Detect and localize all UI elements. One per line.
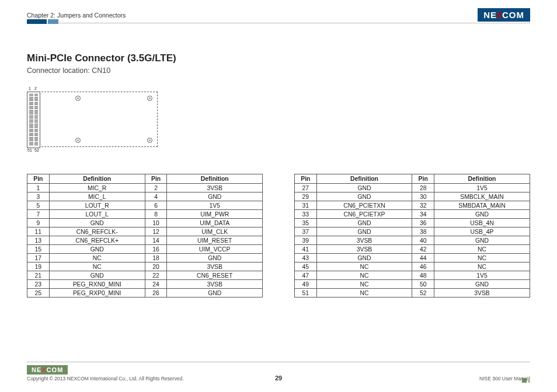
table-row: 21GND22CN6_RESET <box>27 271 263 280</box>
pin-cell: 6 <box>145 201 167 210</box>
table-row: 45NC46NC <box>295 262 530 271</box>
table-row: 47NC481V5 <box>295 271 530 280</box>
definition-cell: GND <box>167 192 263 201</box>
pin-cell: 30 <box>412 192 434 201</box>
table-row: 37GND38USB_4P <box>295 228 530 236</box>
connector-diagram: 1 2 51 52 <box>27 86 158 152</box>
pin-cell: 52 <box>412 289 434 298</box>
definition-cell: CN6_REFCLK+ <box>49 236 145 245</box>
pin-label-2: 2 <box>33 86 38 90</box>
pin-cell: 37 <box>295 228 317 236</box>
mount-hole-icon <box>147 138 152 143</box>
definition-cell: GND <box>316 219 412 228</box>
definition-cell: PEG_RXP0_MINI <box>49 289 145 298</box>
definition-cell: GND <box>316 228 412 236</box>
pin-cell: 49 <box>295 280 317 289</box>
definition-cell: MIC_L <box>49 192 145 201</box>
definition-cell: 3VSB <box>167 280 263 289</box>
pin-label-1: 1 <box>27 86 32 90</box>
pin-label-52: 52 <box>34 148 40 152</box>
definition-cell: UIM_VCCP <box>167 245 263 254</box>
page-number: 29 <box>0 374 557 382</box>
pin-cell: 12 <box>145 228 167 236</box>
diagram-top-labels: 1 2 <box>27 86 158 90</box>
definition-cell: CN6_PCIETXN <box>316 201 412 210</box>
definition-cell: SMBDATA_MAIN <box>434 201 530 210</box>
col-pin: Pin <box>295 174 317 184</box>
col-definition: Definition <box>316 174 412 184</box>
table-row: 393VSB40GND <box>295 236 530 245</box>
table-row: 49NC50GND <box>295 280 530 289</box>
table-row: 413VSB42NC <box>295 245 530 254</box>
table-row: 7LOUT_L8UIM_PWR <box>27 210 263 219</box>
definition-cell: NC <box>316 280 412 289</box>
definition-cell: GND <box>434 280 530 289</box>
definition-cell: GND <box>316 254 412 262</box>
mount-hole-icon <box>75 96 81 101</box>
pin-label-51: 51 <box>27 148 33 152</box>
chapter-title: Chapter 2: Jumpers and Connectors <box>27 12 126 19</box>
table-row: 3MIC_L4GND <box>27 192 263 201</box>
pin-cell: 10 <box>145 219 167 228</box>
definition-cell: GND <box>167 254 263 262</box>
table-row: 1MIC_R23VSB <box>27 184 263 192</box>
definition-cell: NC <box>316 271 412 280</box>
pin-cell: 7 <box>27 210 50 219</box>
header-accent-bars <box>27 19 58 24</box>
definition-cell: UIM_RESET <box>167 236 263 245</box>
pin-tables: Pin Definition Pin Definition 1MIC_R23VS… <box>27 174 530 298</box>
pin-cell: 44 <box>412 254 434 262</box>
pin-cell: 47 <box>295 271 317 280</box>
pin-cell: 2 <box>145 184 167 192</box>
pin-cell: 48 <box>412 271 434 280</box>
definition-cell: GND <box>316 184 412 192</box>
pin-cell: 41 <box>295 245 317 254</box>
pin-cell: 31 <box>295 201 317 210</box>
pin-cell: 29 <box>295 192 317 201</box>
mount-hole-icon <box>75 138 81 143</box>
definition-cell: NC <box>49 262 145 271</box>
pin-cell: 35 <box>295 219 317 228</box>
pin-cell: 27 <box>295 184 317 192</box>
definition-cell: PEG_RXN0_MINI <box>49 280 145 289</box>
pin-cell: 18 <box>145 254 167 262</box>
section-subtitle: Connector location: CN10 <box>27 66 530 75</box>
table-row: 27GND281V5 <box>295 184 530 192</box>
col-pin: Pin <box>27 174 50 184</box>
pin-cell: 24 <box>145 280 167 289</box>
table-row: 35GND36USB_4N <box>295 219 530 228</box>
logo-text-post: COM <box>47 366 64 373</box>
definition-cell: NC <box>434 245 530 254</box>
definition-cell: LOUT_L <box>49 210 145 219</box>
pin-cell: 38 <box>412 228 434 236</box>
page-header: Chapter 2: Jumpers and Connectors NEXCOM <box>27 8 530 23</box>
pin-cell: 36 <box>412 219 434 228</box>
pin-cell: 23 <box>27 280 50 289</box>
definition-cell: NC <box>49 254 145 262</box>
table-row: 15GND16UIM_VCCP <box>27 245 263 254</box>
pin-cell: 32 <box>412 201 434 210</box>
chip-outline <box>27 92 158 147</box>
definition-cell: GND <box>49 245 145 254</box>
logo-text-pre: NE <box>32 366 41 373</box>
definition-cell: GND <box>167 289 263 298</box>
col-definition: Definition <box>167 174 263 184</box>
col-pin: Pin <box>412 174 434 184</box>
pin-cell: 26 <box>145 289 167 298</box>
pin-cell: 13 <box>27 236 50 245</box>
pin-cell: 15 <box>27 245 50 254</box>
definition-cell: NC <box>434 262 530 271</box>
definition-cell: 3VSB <box>434 289 530 298</box>
pin-cell: 16 <box>145 245 167 254</box>
pin-cell: 34 <box>412 210 434 219</box>
definition-cell: GND <box>49 219 145 228</box>
pin-cell: 14 <box>145 236 167 245</box>
table-row: 17NC18GND <box>27 254 263 262</box>
pin-cell: 42 <box>412 245 434 254</box>
pin-cell: 46 <box>412 262 434 271</box>
definition-cell: NC <box>434 254 530 262</box>
pin-cell: 43 <box>295 254 317 262</box>
pin-cell: 19 <box>27 262 50 271</box>
edge-connector <box>27 92 40 148</box>
pin-cell: 9 <box>27 219 50 228</box>
